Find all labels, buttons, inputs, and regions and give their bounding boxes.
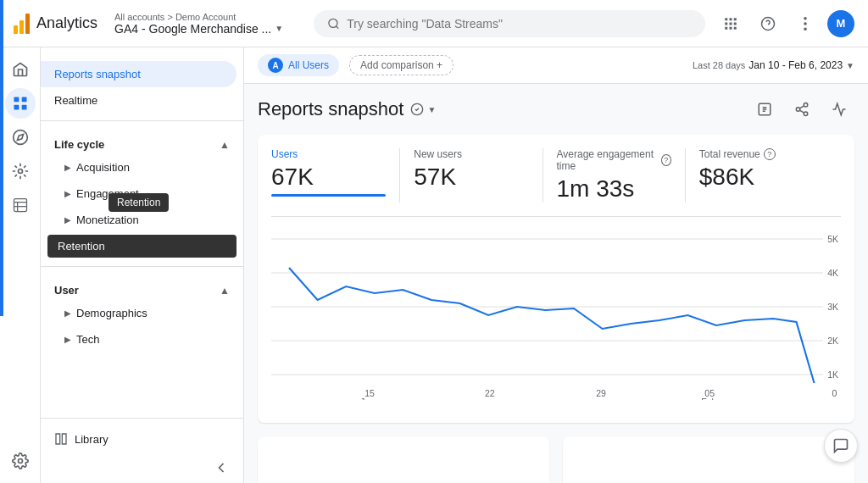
- left-sidebar: Reports snapshot Realtime Life cycle ▲ ▶…: [41, 47, 244, 483]
- nav-advertising-icon[interactable]: [5, 156, 36, 186]
- lifecycle-section[interactable]: Life cycle ▲: [41, 128, 243, 154]
- sidebar-item-label: Realtime: [54, 94, 97, 107]
- user-chevron-icon: ▲: [220, 285, 230, 297]
- sidebar-item-retention[interactable]: Retention: [47, 235, 236, 258]
- sidebar-item-realtime[interactable]: Realtime: [41, 87, 236, 114]
- add-comparison-label: Add comparison +: [360, 59, 442, 71]
- metric-users-underline: [271, 194, 386, 197]
- svg-point-13: [804, 16, 807, 19]
- sidebar-library[interactable]: Library: [41, 425, 243, 452]
- nav-home-icon[interactable]: [5, 54, 36, 85]
- search-input[interactable]: [347, 17, 692, 31]
- library-icon: [54, 432, 68, 446]
- svg-text:3K: 3K: [827, 303, 838, 312]
- sidebar-divider-1: [41, 120, 243, 121]
- main-content: A All Users Add comparison + Last 28 day…: [244, 47, 868, 483]
- sidebar-item-demographics[interactable]: ▶ Demographics: [41, 300, 236, 326]
- sidebar-item-reports-snapshot[interactable]: Reports snapshot: [41, 61, 236, 87]
- topbar: Analytics All accounts > Demo Account GA…: [0, 0, 868, 47]
- revenue-info-icon[interactable]: ?: [764, 148, 776, 160]
- bottom-cards: [244, 436, 868, 483]
- user-chip[interactable]: A All Users: [258, 54, 339, 76]
- apps-grid-button[interactable]: [715, 8, 746, 39]
- icon-sidebar: [0, 47, 41, 483]
- nav-settings-icon[interactable]: [5, 446, 36, 476]
- metric-users-value: 67K: [271, 164, 386, 191]
- logo-area: Analytics: [14, 14, 97, 34]
- nav-configure-icon[interactable]: [5, 190, 36, 220]
- sidebar-item-tech[interactable]: ▶ Tech: [41, 326, 236, 353]
- sidebar-item-label: Demographics: [76, 307, 147, 319]
- sparkle-icon: [832, 102, 847, 117]
- app-title: Analytics: [36, 14, 97, 32]
- metric-engagement-label: Average engagement time ?: [557, 148, 671, 172]
- svg-point-26: [18, 459, 22, 464]
- dropdown-arrow-icon: ▼: [427, 105, 436, 114]
- metric-new-users-value: 57K: [414, 164, 528, 191]
- svg-text:29: 29: [596, 389, 606, 398]
- topbar-actions: M: [715, 8, 854, 39]
- search-icon: [327, 17, 340, 31]
- svg-text:22: 22: [485, 389, 495, 398]
- breadcrumb[interactable]: All accounts > Demo Account: [114, 12, 283, 22]
- svg-point-14: [804, 22, 807, 25]
- svg-point-21: [18, 169, 22, 174]
- line-chart: 5K 4K 3K 2K 1K 0 15 Jan 22 29 05 Feb: [271, 230, 841, 400]
- bottom-card-1: [258, 436, 549, 483]
- svg-point-20: [13, 130, 27, 145]
- user-section[interactable]: User ▲: [41, 274, 243, 300]
- reports-title-controls[interactable]: ▼: [410, 103, 436, 116]
- triangle-icon: ▶: [64, 308, 71, 318]
- svg-point-31: [804, 112, 808, 116]
- metric-new-users-label: New users: [414, 148, 528, 160]
- date-range-selector[interactable]: Last 28 days Jan 10 - Feb 6, 2023 ▼: [693, 59, 854, 71]
- main-layout: Reports snapshot Realtime Life cycle ▲ ▶…: [0, 47, 868, 483]
- share-button[interactable]: [787, 94, 817, 125]
- sidebar-collapse-button[interactable]: [41, 452, 243, 483]
- sidebar-item-label: Acquisition: [76, 161, 130, 174]
- svg-line-33: [799, 106, 804, 108]
- svg-rect-22: [14, 199, 26, 212]
- account-name: GA4 - Google Merchandise ...: [114, 22, 271, 36]
- floating-chat-button[interactable]: [824, 429, 858, 463]
- add-comparison-button[interactable]: Add comparison +: [349, 55, 453, 75]
- svg-point-29: [804, 103, 808, 108]
- svg-rect-4: [734, 18, 737, 20]
- svg-text:4K: 4K: [827, 269, 838, 278]
- search-bar[interactable]: [314, 10, 705, 37]
- reports-title-bar: Reports snapshot ▼: [244, 84, 868, 135]
- insights-button[interactable]: [824, 94, 854, 125]
- chat-icon: [832, 437, 849, 454]
- metric-users-label: Users: [271, 148, 386, 160]
- nav-explore-icon[interactable]: [5, 122, 36, 153]
- account-selector[interactable]: GA4 - Google Merchandise ... ▼: [114, 22, 283, 36]
- metric-engagement: Average engagement time ? 1m 33s: [557, 148, 686, 203]
- sidebar-item-acquisition[interactable]: ▶ Acquisition: [41, 154, 236, 180]
- help-icon: [760, 16, 776, 31]
- bottom-card-2: [563, 436, 854, 483]
- sidebar-divider-2: [41, 266, 243, 267]
- help-button[interactable]: [753, 8, 783, 39]
- more-options-button[interactable]: [790, 8, 821, 39]
- sidebar-divider-3: [41, 418, 243, 419]
- lifecycle-chevron-icon: ▲: [220, 139, 230, 151]
- svg-text:2K: 2K: [827, 336, 838, 346]
- reports-title: Reports snapshot ▼: [258, 98, 436, 120]
- sidebar-item-label: Monetization: [76, 214, 139, 226]
- svg-line-32: [799, 110, 804, 113]
- main-card: Users 67K New users 57K Average engageme…: [258, 135, 854, 423]
- content-header: A All Users Add comparison + Last 28 day…: [244, 47, 868, 84]
- date-range-period-label: Last 28 days: [693, 60, 745, 70]
- edit-icon: [757, 102, 772, 117]
- engagement-info-icon[interactable]: ?: [661, 154, 671, 166]
- sidebar-item-label: Reports snapshot: [54, 68, 141, 80]
- metric-users: Users 67K: [271, 148, 400, 203]
- user-chip-icon: A: [268, 58, 283, 73]
- edit-report-button[interactable]: [749, 94, 780, 125]
- nav-reports-icon[interactable]: [5, 88, 36, 119]
- triangle-icon: ▶: [64, 189, 71, 198]
- user-label: User: [54, 284, 79, 297]
- metric-new-users: New users 57K: [414, 148, 542, 203]
- avatar[interactable]: M: [827, 10, 854, 37]
- logo-bar-3: [25, 14, 30, 34]
